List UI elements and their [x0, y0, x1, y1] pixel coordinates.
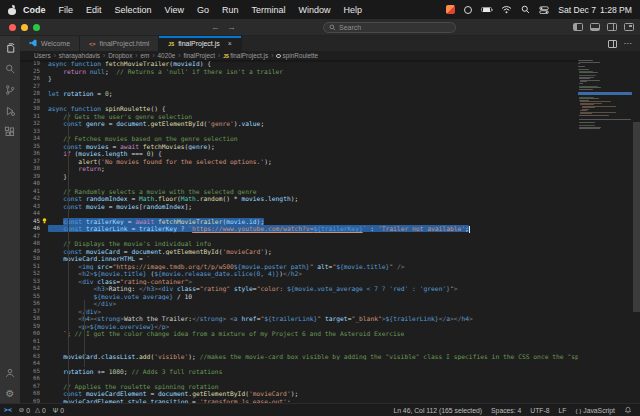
code-line-47: 47 [20, 233, 640, 241]
toggle-primary-sidebar-icon[interactable] [573, 23, 583, 31]
code-line-46: 46 const trailerLink = trailerKey ? `htt… [20, 225, 640, 233]
command-center-search[interactable]: Search [323, 22, 456, 33]
breadcrumb-separator: › [178, 52, 180, 59]
run-and-debug-icon[interactable] [4, 104, 17, 117]
eol-setting[interactable]: LF [559, 407, 567, 414]
code-line-58: 58 <h4><strong>Watch the Trailer:</stron… [20, 315, 640, 323]
line-number: 55 [20, 293, 40, 301]
menu-item-window[interactable]: Window [298, 5, 330, 15]
search-icon [329, 24, 336, 31]
scrollbar-thumb[interactable] [633, 122, 640, 312]
problems-indicator[interactable]: ⊘0 △0 [19, 406, 46, 414]
encoding-setting[interactable]: UTF-8 [530, 407, 549, 414]
code-line-41: 41 // Randomly selects a movie with the … [20, 188, 640, 196]
line-number: 50 [20, 255, 40, 263]
tray-ring-icon[interactable] [464, 6, 472, 14]
minimize-window-button[interactable] [21, 24, 28, 31]
toggle-panel-icon[interactable] [590, 23, 600, 31]
nav-back-icon[interactable]: ← [211, 22, 220, 32]
menu-item-selection[interactable]: Selection [115, 5, 152, 15]
split-editor-icon[interactable] [608, 40, 617, 48]
ports-indicator[interactable]: Ψ0 [53, 407, 64, 414]
close-window-button[interactable] [9, 24, 16, 31]
settings-gear-icon[interactable]: ⚙ [4, 387, 17, 400]
accounts-icon[interactable] [4, 366, 17, 379]
code-line-35: 35 const movies = await fetchMovies(genr… [20, 143, 640, 151]
code-line-52: 52 <h2>${movie.title} (${movie.release_d… [20, 270, 640, 278]
minimap[interactable] [578, 60, 632, 403]
tab-welcome[interactable]: Welcome [20, 36, 80, 51]
nav-forward-icon[interactable]: → [227, 22, 236, 32]
line-number: 41 [20, 188, 40, 196]
menubar-status-items: Sat Dec 7 1:28 PM [446, 5, 632, 15]
menubar-clock[interactable]: Sat Dec 7 1:28 PM [558, 5, 632, 15]
menu-item-help[interactable]: Help [343, 5, 362, 15]
remote-indicator-icon[interactable]: >< [4, 406, 12, 414]
menu-item-go[interactable]: Go [197, 5, 209, 15]
line-number: 67 [20, 383, 40, 391]
breadcrumb-item-4020e[interactable]: 4020e [158, 52, 176, 59]
code-line-39: 39 } [20, 173, 640, 181]
js-file-icon: JS [223, 54, 230, 59]
customize-layout-icon[interactable] [624, 23, 634, 31]
language-mode[interactable]: { } JavaScript [576, 407, 615, 414]
line-number: 34 [20, 135, 40, 143]
code-line-25: 25 return null; // Returns a 'null' if t… [20, 68, 640, 76]
html-file-icon: <> [89, 40, 95, 47]
source-control-icon[interactable] [4, 83, 17, 96]
code-line-31: 31 // Gets the user's genre selection [20, 113, 640, 121]
more-actions-icon[interactable]: ⋯ [624, 39, 633, 48]
code-line-54: 54 <h3>Rating: </h3><div class="rating" … [20, 285, 640, 293]
line-number: 37 [20, 158, 40, 166]
control-center-icon[interactable] [539, 6, 549, 14]
tab-finalproject-js[interactable]: JSfinalProject.js× [159, 36, 242, 51]
search-sidebar-icon[interactable] [4, 62, 17, 75]
code-line-50: 50 movieCard.innerHTML = ` [20, 255, 640, 263]
line-number: 46 [20, 225, 40, 233]
close-tab-icon[interactable]: × [228, 40, 232, 47]
code-line-57: 57 </div> [20, 308, 640, 316]
breadcrumb-item-users[interactable]: Users [34, 52, 51, 59]
breadcrumb-item-dropbox[interactable]: Dropbox [108, 52, 132, 59]
line-number: 60 [20, 330, 40, 338]
spotlight-search-icon[interactable] [521, 5, 530, 14]
apple-menu-icon[interactable] [8, 5, 17, 15]
lightbulb-icon[interactable] [42, 218, 47, 226]
menu-item-edit[interactable]: Edit [86, 5, 102, 15]
breadcrumb-item-sharayahdavis[interactable]: sharayahdavis [59, 52, 100, 59]
breadcrumb-item-finalproject[interactable]: finalProject [183, 52, 215, 59]
notifications-bell-icon[interactable] [624, 406, 632, 414]
line-number: 68 [20, 390, 40, 398]
wifi-icon[interactable] [501, 5, 512, 14]
code-line-51: 51 <img src="https://image.tmdb.org/t/p/… [20, 263, 640, 271]
code-editor[interactable]: 19async function fetchMovieTrailer(movie… [20, 60, 640, 403]
breadcrumb: Users›sharayahdavis›Dropbox›em›4020e›fin… [20, 51, 640, 60]
desktop: CodeFileEditSelectionViewGoRunTerminalWi… [0, 0, 640, 416]
explorer-icon[interactable] [4, 41, 17, 54]
cursor-position[interactable]: Ln 46, Col 112 (165 selected) [393, 407, 482, 414]
code-line-37: 37 alert('No movies found for the select… [20, 158, 640, 166]
line-number: 56 [20, 300, 40, 308]
battery-icon[interactable] [481, 7, 492, 13]
tray-app-icon[interactable] [446, 5, 455, 14]
menu-item-run[interactable]: Run [222, 5, 239, 15]
breadcrumb-item-em[interactable]: em [141, 52, 150, 59]
activity-bar: ⚙ [0, 36, 20, 403]
menu-item-view[interactable]: View [165, 5, 184, 15]
breadcrumb-item-spinroulette[interactable]: spinRoulette [276, 52, 318, 59]
indentation-setting[interactable]: Spaces: 4 [491, 407, 521, 414]
menu-item-file[interactable]: File [59, 5, 74, 15]
zoom-window-button[interactable] [33, 24, 40, 31]
breadcrumb-item-finalproject-js[interactable]: JS finalProject.js [223, 52, 268, 59]
extensions-icon[interactable] [4, 125, 17, 138]
code-line-40: 40 [20, 180, 640, 188]
menu-item-terminal[interactable]: Terminal [251, 5, 285, 15]
toggle-secondary-sidebar-icon[interactable] [607, 23, 617, 31]
js-file-icon: JS [168, 40, 174, 47]
tab-finalproject-html[interactable]: <>finalProject.html [80, 36, 159, 51]
minimap-line [579, 75, 596, 76]
menu-item-code[interactable]: Code [23, 5, 46, 15]
line-number: 44 [20, 210, 40, 218]
vscode-titlebar: ← → Search [0, 19, 640, 36]
line-number: 59 [20, 323, 40, 331]
